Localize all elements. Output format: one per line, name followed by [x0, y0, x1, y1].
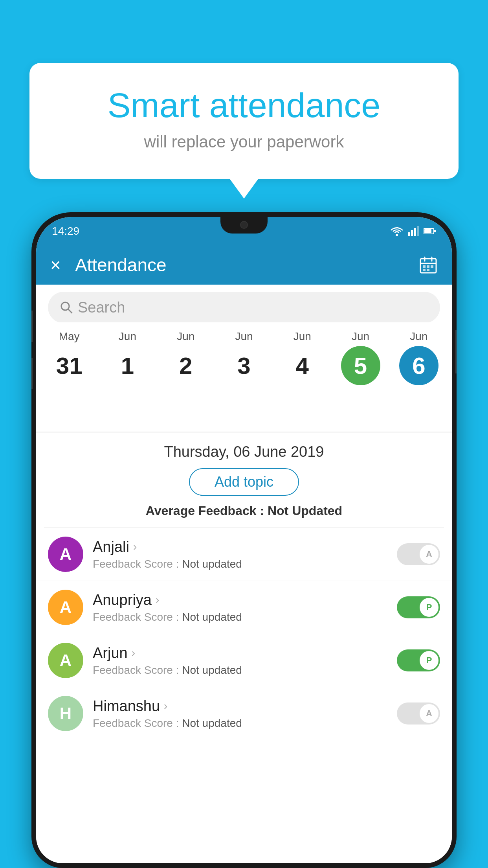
day-number[interactable]: 6 [399, 346, 438, 385]
student-info: Arjun ›Feedback Score : Not updated [93, 645, 397, 677]
day-number[interactable]: 3 [224, 346, 264, 385]
attendance-toggle[interactable]: A [397, 543, 440, 565]
calendar-icon[interactable] [419, 256, 438, 274]
date-col-3[interactable]: Jun3 [218, 330, 270, 385]
add-topic-button[interactable]: Add topic [189, 468, 299, 496]
feedback-score-value: Not updated [182, 664, 242, 676]
student-name: Himanshu › [93, 698, 397, 715]
svg-rect-2 [411, 230, 413, 236]
student-chevron: › [132, 647, 135, 659]
student-chevron: › [156, 594, 159, 606]
avatar: A [48, 643, 83, 678]
svg-rect-3 [414, 228, 416, 236]
student-info: Anupriya ›Feedback Score : Not updated [93, 592, 397, 623]
phone-notch [220, 217, 268, 234]
svg-rect-14 [431, 265, 433, 268]
content-area: Thursday, 06 June 2019 Add topic Average… [36, 432, 452, 863]
speech-bubble: Smart attendance will replace your paper… [29, 63, 459, 179]
search-input-display[interactable]: Search [48, 292, 440, 323]
day-number[interactable]: 5 [341, 346, 380, 385]
avatar: H [48, 696, 83, 731]
svg-rect-12 [423, 265, 426, 268]
date-col-5[interactable]: Jun5 [335, 330, 386, 385]
status-icons [391, 226, 436, 236]
feedback-score: Feedback Score : Not updated [93, 664, 397, 677]
toggle-thumb: P [420, 598, 438, 617]
month-label: May [59, 330, 80, 343]
day-number[interactable]: 4 [283, 346, 322, 385]
student-name-text: Anjali [93, 539, 129, 555]
svg-rect-15 [423, 269, 426, 271]
toggle-thumb: A [420, 704, 438, 723]
day-number[interactable]: 31 [50, 346, 89, 385]
average-feedback: Average Feedback : Not Updated [36, 504, 452, 518]
student-info: Anjali ›Feedback Score : Not updated [93, 539, 397, 570]
student-chevron: › [164, 700, 167, 712]
average-feedback-label: Average Feedback : [146, 504, 268, 518]
month-label: Jun [177, 330, 194, 343]
month-label: Jun [352, 330, 369, 343]
volume-up-button [31, 311, 33, 342]
date-col-4[interactable]: Jun4 [277, 330, 328, 385]
power-button [455, 330, 457, 373]
toggle-thumb: P [420, 651, 438, 670]
search-placeholder: Search [78, 299, 125, 316]
avatar: A [48, 537, 83, 572]
svg-point-0 [396, 234, 398, 236]
feedback-score-value: Not updated [182, 611, 242, 623]
header-title: Attendance [75, 254, 419, 276]
date-col-0[interactable]: May31 [44, 330, 95, 385]
student-item[interactable]: AAnupriya ›Feedback Score : Not updatedP [36, 581, 452, 634]
student-name-text: Anupriya [93, 592, 152, 609]
date-strip: May31Jun1Jun2Jun3Jun4Jun5Jun6 [36, 322, 452, 393]
student-name: Anjali › [93, 539, 397, 555]
student-item[interactable]: AAnjali ›Feedback Score : Not updatedA [36, 528, 452, 581]
phone-frame: 14:29 [31, 212, 457, 868]
search-icon [60, 301, 73, 314]
attendance-toggle[interactable]: P [397, 649, 440, 671]
month-label: Jun [119, 330, 136, 343]
volume-down-button [31, 358, 33, 389]
student-name-text: Himanshu [93, 698, 160, 715]
attendance-toggle[interactable]: P [397, 596, 440, 618]
student-info: Himanshu ›Feedback Score : Not updated [93, 698, 397, 730]
student-item[interactable]: HHimanshu ›Feedback Score : Not updatedA [36, 687, 452, 740]
feedback-score-value: Not updated [182, 558, 242, 570]
student-item[interactable]: AArjun ›Feedback Score : Not updatedP [36, 634, 452, 687]
signal-icon [408, 226, 419, 236]
svg-rect-6 [424, 229, 431, 233]
date-col-2[interactable]: Jun2 [160, 330, 211, 385]
month-label: Jun [235, 330, 253, 343]
date-row: May31Jun1Jun2Jun3Jun4Jun5Jun6 [40, 330, 448, 385]
avatar: A [48, 590, 83, 625]
student-name: Arjun › [93, 645, 397, 662]
close-button[interactable]: × [50, 256, 61, 274]
date-col-6[interactable]: Jun6 [393, 330, 444, 385]
feedback-score: Feedback Score : Not updated [93, 611, 397, 623]
app-header: × Attendance [36, 245, 452, 285]
student-chevron: › [133, 541, 137, 553]
svg-rect-4 [417, 226, 419, 236]
day-number[interactable]: 1 [108, 346, 147, 385]
svg-rect-16 [427, 269, 429, 271]
phone-screen: 14:29 [36, 217, 452, 863]
month-label: Jun [410, 330, 427, 343]
date-col-1[interactable]: Jun1 [102, 330, 153, 385]
student-name: Anupriya › [93, 592, 397, 609]
student-name-text: Arjun [93, 645, 128, 662]
bubble-title: Smart attendance [61, 86, 427, 125]
svg-rect-7 [434, 230, 436, 232]
day-number[interactable]: 2 [166, 346, 205, 385]
status-time: 14:29 [52, 225, 79, 237]
average-feedback-value: Not Updated [268, 504, 342, 518]
feedback-score-value: Not updated [182, 717, 242, 729]
svg-line-18 [68, 309, 72, 313]
front-camera [240, 221, 248, 229]
svg-rect-13 [427, 265, 429, 268]
bubble-subtitle: will replace your paperwork [61, 132, 427, 151]
wifi-icon [391, 226, 403, 236]
student-list: AAnjali ›Feedback Score : Not updatedAAA… [36, 528, 452, 740]
attendance-toggle[interactable]: A [397, 702, 440, 725]
battery-icon [424, 228, 436, 235]
toggle-thumb: A [420, 545, 438, 564]
